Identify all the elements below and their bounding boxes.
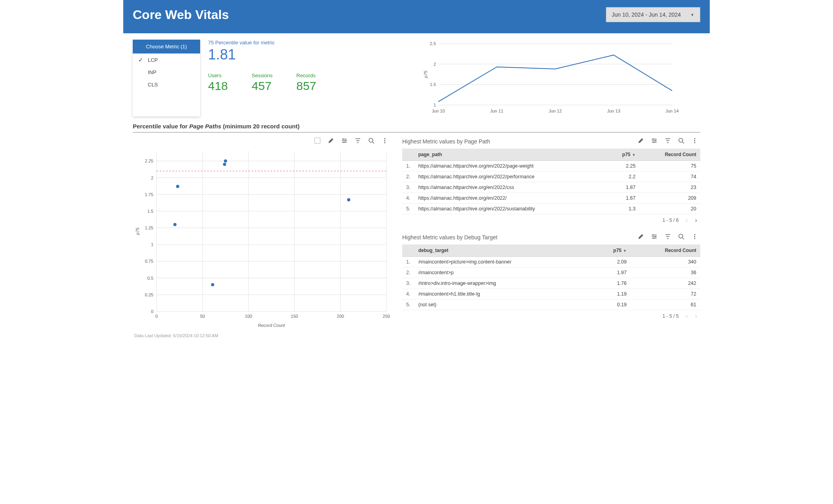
zoom-icon[interactable] (678, 233, 684, 240)
chevron-down-icon: ▼ (690, 13, 694, 17)
tune-icon[interactable] (651, 137, 657, 144)
more-icon[interactable] (382, 137, 388, 144)
filter-icon[interactable] (665, 137, 671, 144)
svg-point-17 (344, 142, 345, 143)
svg-text:Record Count: Record Count (258, 323, 285, 328)
table-row[interactable]: 4.#maincontent>h1.title.title-lg1.1972 (402, 289, 700, 300)
kpi-users: Users 418 (208, 73, 228, 93)
svg-line-76 (682, 238, 684, 239)
section-title-em: Page Paths (189, 123, 222, 130)
col-debug-target[interactable]: debug_target (414, 244, 593, 257)
svg-point-77 (694, 234, 695, 235)
kpi-main-value: 1.81 (208, 46, 390, 63)
section-title: Percentile value for Page Paths (minimum… (133, 123, 700, 130)
row-index: 2. (402, 172, 414, 182)
svg-point-56 (224, 159, 227, 162)
row-path: #maincontent>p (414, 267, 593, 278)
metric-option-cls[interactable]: CLS (133, 78, 200, 91)
sort-desc-icon: ▼ (632, 153, 636, 157)
table-row[interactable]: 1.https://almanac.httparchive.org/en/202… (402, 161, 700, 172)
col-record-count[interactable]: Record Count (640, 149, 700, 161)
row-index: 1. (402, 257, 414, 267)
table-row[interactable]: 1.#maincontent>picture>img.content-banne… (402, 257, 700, 267)
svg-point-59 (347, 198, 350, 201)
pager: 1 - 5 / 6 ‹ › (402, 214, 700, 226)
table-header-row: page_path p75▼ Record Count (402, 149, 700, 161)
pager-prev[interactable]: ‹ (686, 313, 688, 320)
svg-point-15 (343, 139, 344, 140)
svg-line-68 (682, 142, 684, 143)
more-icon[interactable] (692, 137, 698, 144)
svg-text:50: 50 (200, 314, 205, 319)
edit-icon[interactable] (638, 137, 644, 144)
table-row[interactable]: 4.https://almanac.httparchive.org/en/202… (402, 193, 700, 204)
tune-icon[interactable] (651, 233, 657, 240)
page-title: Core Web Vitals (133, 8, 229, 22)
svg-text:1.5: 1.5 (430, 82, 436, 87)
table-row[interactable]: 5.https://almanac.httparchive.org/en/202… (402, 204, 700, 214)
row-path: https://almanac.httparchive.org/en/2022/ (414, 193, 607, 204)
kpi-main-label: 75 Percentile value for metric (208, 40, 390, 46)
table-row[interactable]: 2.https://almanac.httparchive.org/en/202… (402, 172, 700, 182)
pager-prev[interactable]: ‹ (686, 217, 688, 224)
svg-line-19 (373, 142, 374, 143)
svg-text:p75: p75 (135, 227, 140, 235)
tune-icon[interactable] (341, 137, 348, 144)
svg-point-64 (653, 139, 654, 140)
table-title: Highest Metric values by Debug Target (402, 234, 497, 241)
kpi-value: 857 (296, 79, 316, 93)
row-count: 72 (630, 289, 700, 300)
divider (133, 132, 700, 133)
select-box-icon[interactable] (314, 137, 321, 144)
pager: 1 - 5 / 5 ‹ › (402, 310, 700, 322)
metric-option-lcp[interactable]: ✓ LCP (133, 53, 200, 66)
svg-text:250: 250 (383, 314, 390, 319)
header-bar: Core Web Vitals Jun 10, 2024 - Jun 14, 2… (123, 0, 710, 33)
svg-text:2: 2 (151, 176, 153, 180)
date-range-picker[interactable]: Jun 10, 2024 - Jun 14, 2024 ▼ (606, 7, 700, 22)
svg-point-78 (694, 236, 695, 237)
table-row[interactable]: 2.#maincontent>p1.9736 (402, 267, 700, 278)
col-record-count[interactable]: Record Count (630, 244, 700, 257)
table-row[interactable]: 3.https://almanac.httparchive.org/en/202… (402, 182, 700, 193)
pager-next[interactable]: › (695, 217, 697, 224)
row-count: 75 (640, 161, 700, 172)
row-p75: 2.25 (607, 161, 640, 172)
svg-text:1.75: 1.75 (145, 192, 153, 197)
kpi-label: Sessions (252, 73, 273, 78)
zoom-icon[interactable] (678, 137, 684, 144)
col-p75[interactable]: p75▼ (607, 149, 640, 161)
more-icon[interactable] (692, 233, 698, 240)
edit-icon[interactable] (328, 137, 334, 144)
table-row[interactable]: 5.(not set)0.1961 (402, 300, 700, 310)
section-title-prefix: Percentile value for (133, 123, 189, 130)
row-count: 20 (640, 204, 700, 214)
filter-icon[interactable] (665, 233, 671, 240)
svg-text:150: 150 (291, 314, 298, 319)
edit-icon[interactable] (638, 233, 644, 240)
kpi-value: 418 (208, 79, 228, 93)
kpi-panel: 75 Percentile value for metric 1.81 User… (208, 40, 390, 116)
row-p75: 1.87 (607, 182, 640, 193)
row-index: 2. (402, 267, 414, 278)
svg-text:100: 100 (245, 314, 252, 319)
row-p75: 2.2 (607, 172, 640, 182)
col-page-path[interactable]: page_path (414, 149, 607, 161)
svg-text:0.25: 0.25 (145, 292, 153, 297)
kpi-label: Users (208, 73, 228, 78)
svg-text:Jun 13: Jun 13 (607, 109, 620, 113)
svg-text:0: 0 (151, 309, 153, 314)
svg-point-73 (655, 236, 656, 237)
zoom-icon[interactable] (368, 137, 374, 144)
row-p75: 1.97 (593, 267, 630, 278)
svg-text:Jun 10: Jun 10 (432, 109, 445, 113)
table-row[interactable]: 3.#intro>div.intro-image-wrapper>img1.76… (402, 278, 700, 289)
row-index: 4. (402, 193, 414, 204)
row-count: 36 (630, 267, 700, 278)
pager-next[interactable]: › (695, 313, 697, 320)
metric-option-inp[interactable]: INP (133, 66, 200, 78)
row-p75: 1.3 (607, 204, 640, 214)
svg-point-74 (653, 238, 655, 239)
filter-icon[interactable] (355, 137, 361, 144)
col-p75[interactable]: p75▼ (593, 244, 630, 257)
